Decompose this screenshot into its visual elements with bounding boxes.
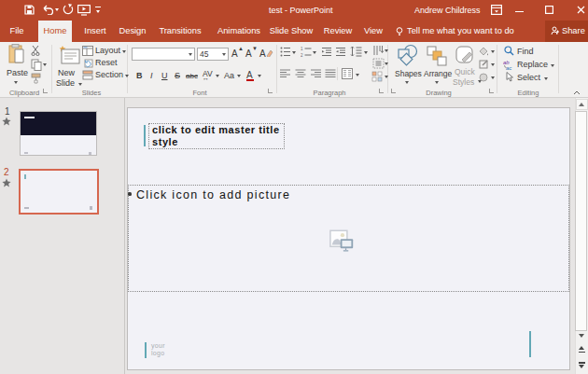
svg-text:1: 1 — [301, 47, 303, 51]
svg-text:2: 2 — [301, 53, 303, 57]
svg-text:ac: ac — [506, 65, 511, 71]
